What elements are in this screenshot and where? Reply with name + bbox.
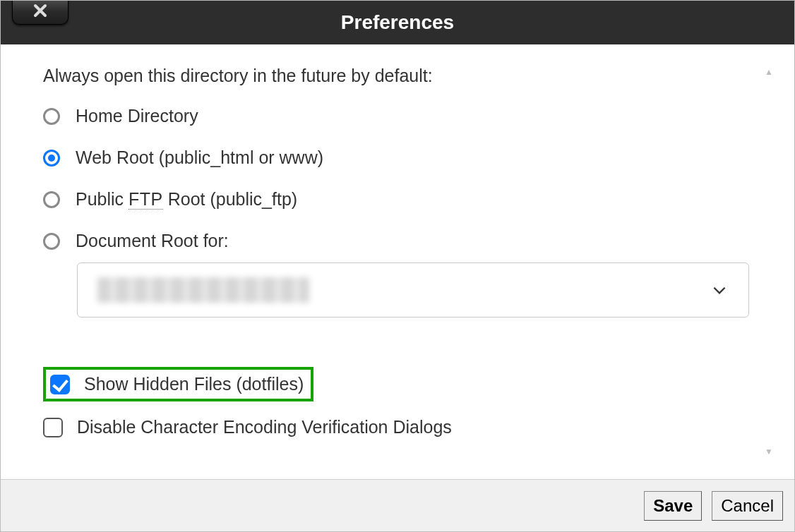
section-heading: Always open this directory in the future… (43, 66, 752, 86)
scroll-down-icon: ▼ (765, 447, 773, 457)
docroot-select-value (97, 277, 309, 303)
close-button[interactable] (12, 0, 68, 25)
checkbox-row-encoding: Disable Character Encoding Verification … (43, 417, 752, 437)
close-icon (32, 3, 48, 18)
radio-icon (43, 233, 60, 250)
checkbox-encoding[interactable] (43, 418, 63, 437)
checkbox-label: Show Hidden Files (dotfiles) (84, 374, 304, 394)
radio-label: Public FTP Root (public_ftp) (76, 189, 297, 210)
checkbox-row-dotfiles: Show Hidden Files (dotfiles) (43, 367, 752, 401)
scrollbar[interactable]: ▲ ▼ (763, 67, 775, 457)
radio-option-docroot[interactable]: Document Root for: (43, 231, 752, 251)
chevron-down-icon (710, 281, 729, 299)
dialog-body: Always open this directory in the future… (1, 44, 794, 479)
ftp-abbr: FTP (128, 189, 163, 210)
radio-label: Document Root for: (76, 231, 229, 251)
cancel-button[interactable]: Cancel (712, 491, 783, 521)
radio-icon (43, 108, 60, 125)
radio-option-webroot[interactable]: Web Root (public_html or www) (43, 147, 752, 168)
dialog-title: Preferences (341, 11, 454, 34)
radio-icon (43, 150, 60, 167)
scroll-up-icon: ▲ (765, 67, 773, 77)
radio-icon (43, 191, 60, 208)
checkbox-label: Disable Character Encoding Verification … (77, 417, 452, 437)
save-button[interactable]: Save (644, 491, 702, 521)
checkbox-dotfiles[interactable] (50, 375, 70, 394)
radio-label-pre: Public (76, 189, 128, 209)
dialog-footer: Save Cancel (1, 479, 794, 531)
dialog-titlebar: Preferences (1, 1, 794, 44)
dotfiles-highlight: Show Hidden Files (dotfiles) (43, 367, 313, 401)
radio-option-home[interactable]: Home Directory (43, 106, 752, 126)
radio-label-post: Root (public_ftp) (163, 189, 297, 209)
radio-label: Web Root (public_html or www) (76, 147, 323, 168)
radio-option-ftp[interactable]: Public FTP Root (public_ftp) (43, 189, 752, 210)
docroot-select[interactable] (77, 262, 749, 318)
radio-label: Home Directory (76, 106, 198, 126)
